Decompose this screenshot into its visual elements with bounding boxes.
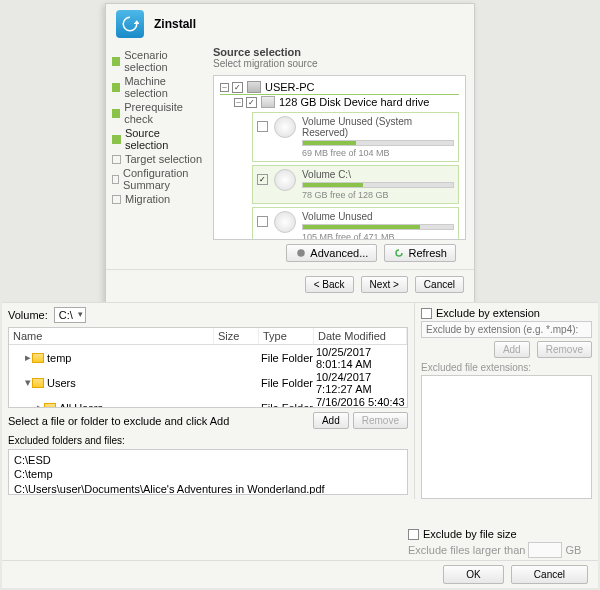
remove-button[interactable]: Remove (353, 412, 408, 429)
tree-row[interactable]: ▸tempFile Folder10/25/2017 8:01:14 AM (11, 345, 407, 370)
dialog-footer: OK Cancel (2, 560, 598, 588)
size-hint: Exclude files larger than (408, 544, 525, 556)
svg-point-0 (298, 249, 306, 257)
wizard-header: Zinstall (106, 4, 474, 44)
volume-free: 78 GB free of 128 GB (302, 190, 454, 200)
volume-name: Volume C:\ (302, 169, 454, 180)
nav-config[interactable]: Configuration Summary (112, 166, 205, 192)
ext-add-button[interactable]: Add (494, 341, 530, 358)
volume-row[interactable]: Volume Unused 105 MB free of 471 MB (252, 207, 459, 240)
excluded-item[interactable]: C:\ESD (14, 453, 402, 467)
volume-row[interactable]: Volume Unused (System Reserved) 69 MB fr… (252, 112, 459, 162)
ext-list-area[interactable] (421, 375, 592, 499)
file-date: 10/25/2017 8:01:14 AM (316, 346, 407, 370)
exclude-size-row[interactable]: Exclude by file size (408, 528, 592, 540)
volume-checkbox[interactable] (257, 121, 268, 132)
excluded-label: Excluded folders and files: (8, 433, 408, 449)
volume-name: Volume Unused (System Reserved) (302, 116, 454, 138)
dialog-left: Volume: C:\ Name Size Type Date Modified… (2, 303, 414, 499)
wizard-nav: Scenario selection Machine selection Pre… (106, 44, 211, 269)
wizard-main: Source selection Select migration source… (211, 44, 474, 269)
refresh-button[interactable]: Refresh (384, 244, 456, 262)
volume-icon (274, 116, 296, 138)
size-unit: GB (565, 544, 581, 556)
drive-icon (261, 96, 275, 108)
ok-button[interactable]: OK (443, 565, 503, 584)
tree-pc-row[interactable]: – ✓ USER-PC (220, 80, 459, 94)
advanced-button[interactable]: Advanced... (286, 244, 377, 262)
tree-drive-row[interactable]: – ✓ 128 GB Disk Device hard drive (220, 95, 459, 109)
volume-label: Volume: (8, 309, 48, 321)
exclude-ext-label: Exclude by extension (436, 307, 540, 319)
file-name: Users (47, 377, 76, 389)
main-subtitle: Select migration source (213, 58, 466, 69)
exclude-size-checkbox[interactable] (408, 529, 419, 540)
exclude-ext-row[interactable]: Exclude by extension (421, 307, 592, 319)
nav-prereq[interactable]: Prerequisite check (112, 100, 205, 126)
wizard-title: Zinstall (154, 17, 196, 31)
excluded-item[interactable]: C:\temp (14, 467, 402, 481)
exclude-dialog: Volume: C:\ Name Size Type Date Modified… (2, 302, 598, 588)
file-type: File Folder (261, 402, 316, 409)
col-type[interactable]: Type (259, 328, 314, 344)
exclude-ext-checkbox[interactable] (421, 308, 432, 319)
nav-target[interactable]: Target selection (112, 152, 205, 166)
file-tree-header: Name Size Type Date Modified (9, 328, 407, 345)
expand-icon[interactable]: – (220, 83, 229, 92)
source-tree: – ✓ USER-PC – ✓ 128 GB Disk Device hard … (213, 75, 466, 240)
col-date[interactable]: Date Modified (314, 328, 407, 344)
volume-checkbox[interactable] (257, 216, 268, 227)
file-type: File Folder (261, 377, 316, 389)
col-name[interactable]: Name (9, 328, 214, 344)
exclude-size-label: Exclude by file size (423, 528, 517, 540)
file-date: 10/24/2017 7:12:27 AM (316, 371, 407, 395)
volume-row[interactable]: ✓ Volume C:\ 78 GB free of 128 GB (252, 165, 459, 204)
excluded-list[interactable]: C:\ESDC:\tempC:\Users\user\Documents\Ali… (8, 449, 408, 495)
nav-migration[interactable]: Migration (112, 192, 205, 206)
wizard-footer: < Back Next > Cancel (106, 269, 474, 299)
expand-icon[interactable]: ▸ (35, 401, 44, 408)
main-title: Source selection (213, 46, 466, 58)
pc-checkbox[interactable]: ✓ (232, 82, 243, 93)
zinstall-logo-icon (116, 10, 144, 38)
col-size[interactable]: Size (214, 328, 259, 344)
volume-bar (302, 140, 454, 146)
drive-checkbox[interactable]: ✓ (246, 97, 257, 108)
expand-icon[interactable]: ▸ (23, 351, 32, 364)
folder-icon (32, 378, 44, 388)
volume-free: 105 MB free of 471 MB (302, 232, 454, 240)
volume-select[interactable]: C:\ (54, 307, 86, 323)
dlg-cancel-button[interactable]: Cancel (511, 565, 588, 584)
file-tree[interactable]: Name Size Type Date Modified ▸tempFile F… (8, 327, 408, 408)
wizard-window: Zinstall Scenario selection Machine sele… (105, 3, 475, 303)
folder-icon (32, 353, 44, 363)
tree-row[interactable]: ▾UsersFile Folder10/24/2017 7:12:27 AM (11, 370, 407, 395)
volume-icon (274, 211, 296, 233)
file-type: File Folder (261, 352, 316, 364)
file-name: All Users (59, 402, 103, 409)
tree-row[interactable]: ▸All UsersFile Folder7/16/2016 5:40:43 A… (11, 395, 407, 408)
drive-label: 128 GB Disk Device hard drive (279, 96, 429, 108)
size-input[interactable] (528, 542, 562, 558)
expand-icon[interactable]: ▾ (23, 376, 32, 389)
ext-input[interactable] (421, 321, 592, 338)
nav-machine[interactable]: Machine selection (112, 74, 205, 100)
cancel-button[interactable]: Cancel (415, 276, 464, 293)
expand-icon[interactable]: – (234, 98, 243, 107)
select-hint: Select a file or folder to exclude and c… (8, 415, 229, 427)
nav-source[interactable]: Source selection (112, 126, 205, 152)
file-date: 7/16/2016 5:40:43 AM (316, 396, 407, 409)
volume-bar (302, 182, 454, 188)
nav-scenario[interactable]: Scenario selection (112, 48, 205, 74)
volume-icon (274, 169, 296, 191)
excluded-item[interactable]: C:\Users\user\Documents\Alice's Adventur… (14, 482, 402, 495)
volume-free: 69 MB free of 104 MB (302, 148, 454, 158)
ext-remove-button[interactable]: Remove (537, 341, 592, 358)
pc-icon (247, 81, 261, 93)
add-button[interactable]: Add (313, 412, 349, 429)
next-button[interactable]: Next > (361, 276, 408, 293)
volume-checkbox[interactable]: ✓ (257, 174, 268, 185)
volume-name: Volume Unused (302, 211, 454, 222)
back-button[interactable]: < Back (305, 276, 354, 293)
folder-icon (44, 403, 56, 409)
